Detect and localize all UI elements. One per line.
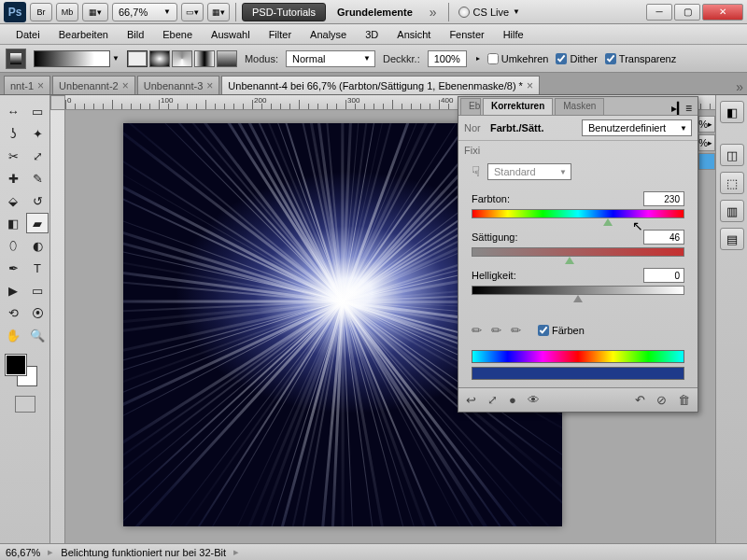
menu-ansicht[interactable]: Ansicht <box>388 27 439 42</box>
transparency-checkbox[interactable]: Transparenz <box>605 53 676 64</box>
menu-fenster[interactable]: Fenster <box>441 27 492 42</box>
screen-mode-button[interactable]: ▦▾ <box>82 3 108 21</box>
dither-checkbox[interactable]: Dither <box>556 53 597 64</box>
shape-tool[interactable]: ▭ <box>26 280 49 301</box>
lightness-track[interactable] <box>472 286 684 295</box>
panel-menu-icon[interactable]: ▸▎≡ <box>666 102 698 115</box>
eyedropper-tool[interactable]: ⤢ <box>26 146 49 166</box>
extras-button[interactable]: ▦▾ <box>207 3 230 21</box>
panel-tab-layers[interactable]: Ebe <box>460 98 481 115</box>
channel-select[interactable]: Standard ▼ <box>487 163 571 180</box>
window-minimize-button[interactable]: ─ <box>646 4 672 21</box>
workspace-overflow-icon[interactable]: » <box>424 5 443 20</box>
panel-tab-korrekturen[interactable]: Korrekturen <box>483 98 553 115</box>
gradient-reflected-button[interactable] <box>194 50 215 67</box>
menu-bearbeiten[interactable]: Bearbeiten <box>50 27 117 42</box>
blur-tool[interactable]: ⬯ <box>2 235 24 256</box>
pen-tool[interactable]: ✒ <box>2 258 24 278</box>
lightness-input[interactable] <box>643 268 684 283</box>
history-brush-tool[interactable]: ↺ <box>26 190 49 211</box>
chevron-down-icon[interactable]: ▸ <box>476 54 480 63</box>
workspace-pill-psdtutorials[interactable]: PSD-Tutorials <box>242 3 326 21</box>
cslive-button[interactable]: CS Live ▼ <box>458 7 520 18</box>
window-close-button[interactable]: ✕ <box>702 4 743 21</box>
saturation-track[interactable] <box>472 247 684 257</box>
return-arrow-icon[interactable]: ↩ <box>466 393 476 407</box>
reverse-checkbox[interactable]: Umkehren <box>487 53 549 64</box>
hue-track[interactable] <box>472 209 684 218</box>
menu-bild[interactable]: Bild <box>119 27 152 42</box>
eyedropper-add-icon[interactable]: ✎ <box>487 321 504 338</box>
window-maximize-button[interactable]: ▢ <box>674 4 700 21</box>
menu-analyse[interactable]: Analyse <box>302 27 355 42</box>
workspace-name[interactable]: Grundelemente <box>330 4 420 21</box>
menu-3d[interactable]: 3D <box>357 27 387 42</box>
path-select-tool[interactable]: ▶ <box>2 280 24 301</box>
slider-thumb[interactable] <box>603 218 613 226</box>
marquee-tool[interactable]: ▭ <box>26 101 49 121</box>
document-tab-active[interactable]: Unbenannt-4 bei 66,7% (Farbton/Sättigung… <box>221 76 540 94</box>
slider-thumb[interactable] <box>565 257 574 264</box>
eraser-tool[interactable]: ◧ <box>2 213 24 233</box>
gradient-tool-preset[interactable] <box>6 49 26 69</box>
saturation-input[interactable] <box>643 230 684 245</box>
gradient-linear-button[interactable] <box>127 50 148 67</box>
ruler-origin[interactable] <box>50 95 65 110</box>
crop-tool[interactable]: ✂ <box>2 146 24 166</box>
brush-tool[interactable]: ✎ <box>26 168 49 189</box>
gradient-angle-button[interactable] <box>172 50 192 67</box>
panel-tab-masken[interactable]: Masken <box>555 98 604 115</box>
minibridge-button[interactable]: Mb <box>56 3 78 21</box>
document-tab[interactable]: nnt-1× <box>4 76 50 94</box>
dock-crop-icon[interactable]: ◫ <box>720 144 744 166</box>
3d-camera-tool[interactable]: ⦿ <box>26 302 49 323</box>
peek-item-selected[interactable] <box>698 153 715 170</box>
gradient-radial-button[interactable] <box>149 50 170 67</box>
gradient-tool[interactable]: ▰ <box>26 213 49 233</box>
dodge-tool[interactable]: ◐ <box>26 235 49 256</box>
menu-auswahl[interactable]: Auswahl <box>203 27 259 42</box>
opacity-input[interactable]: 100% <box>428 50 467 67</box>
arrange-button[interactable]: ▭▾ <box>181 3 204 21</box>
foreground-color-swatch[interactable] <box>6 355 26 375</box>
stamp-tool[interactable]: ⬙ <box>2 190 24 211</box>
menu-filter[interactable]: Filter <box>261 27 300 42</box>
quickmask-button[interactable] <box>15 396 35 413</box>
hand-tool[interactable]: ✋ <box>2 325 24 345</box>
chevron-down-icon[interactable]: ▼ <box>112 54 120 63</box>
3d-tool[interactable]: ⟲ <box>2 302 24 323</box>
bridge-button[interactable]: Br <box>30 3 52 21</box>
close-icon[interactable]: × <box>527 79 533 92</box>
trash-icon[interactable]: 🗑 <box>678 393 690 407</box>
menu-ebene[interactable]: Ebene <box>154 27 201 42</box>
zoom-tool[interactable]: 🔍 <box>26 325 49 345</box>
dock-layers-icon[interactable]: ◧ <box>720 101 744 123</box>
expand-icon[interactable]: ⤢ <box>487 393 498 407</box>
gradient-preview[interactable] <box>34 50 110 67</box>
gradient-diamond-button[interactable] <box>217 50 237 67</box>
previous-state-icon[interactable]: ↶ <box>635 393 645 407</box>
targeted-adjust-icon[interactable]: ☟ <box>472 163 480 180</box>
close-icon[interactable]: × <box>37 79 44 92</box>
status-zoom[interactable]: 66,67% <box>6 547 40 558</box>
peek-item[interactable]: % ▸ <box>698 116 715 133</box>
colorize-checkbox[interactable]: Färben <box>538 325 585 336</box>
blend-mode-select[interactable]: Normal ▼ <box>286 50 375 67</box>
dock-channels-icon[interactable]: ▥ <box>720 200 744 222</box>
close-icon[interactable]: × <box>206 79 213 92</box>
healing-tool[interactable]: ✚ <box>2 168 24 189</box>
lasso-tool[interactable]: ʖ <box>2 123 24 144</box>
slider-thumb[interactable] <box>573 295 583 302</box>
type-tool[interactable]: T <box>26 258 49 278</box>
ruler-vertical[interactable] <box>50 110 65 543</box>
clip-icon[interactable]: ● <box>509 393 516 407</box>
peek-item[interactable]: % ▸ <box>698 134 715 151</box>
visibility-icon[interactable]: 👁 <box>528 393 540 407</box>
tabs-overflow-icon[interactable]: » <box>736 79 743 94</box>
eyedropper-subtract-icon[interactable]: ✎ <box>507 321 524 338</box>
reset-icon[interactable]: ⊘ <box>656 393 667 407</box>
hue-input[interactable] <box>643 191 684 206</box>
close-icon[interactable]: × <box>122 79 129 92</box>
dock-histogram-icon[interactable]: ⬚ <box>720 172 744 194</box>
dock-info-icon[interactable]: ▤ <box>720 228 744 250</box>
